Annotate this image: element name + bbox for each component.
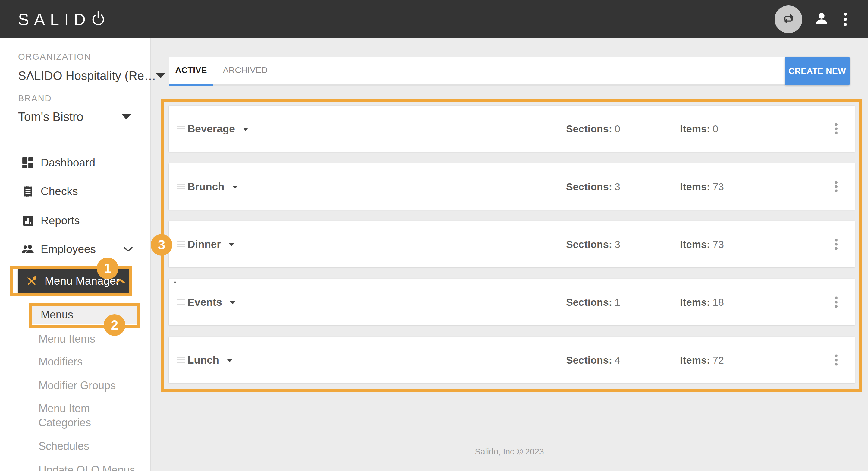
salido-logo: SALID: [18, 11, 105, 28]
menu-name-dropdown[interactable]: Beverage: [187, 123, 248, 135]
menu-row-brunch: Brunch Sections:3 Items:73: [169, 164, 855, 210]
sidebar-item-employees[interactable]: Employees: [0, 239, 151, 260]
menu-row-beverage: Beverage Sections:0 Items:0: [169, 106, 855, 152]
items-count: Items:72: [680, 354, 724, 366]
row-kebab-icon[interactable]: [831, 121, 841, 137]
footer-copyright: Salido, Inc © 2023: [151, 447, 868, 457]
overflow-menu-button[interactable]: [841, 11, 850, 28]
sections-count: Sections:1: [566, 296, 620, 308]
tab-track: [169, 84, 784, 86]
sidebar-item-menu-items[interactable]: Menu Items: [38, 332, 95, 346]
annotation-badge-1: 1: [97, 258, 119, 279]
brand-label: BRAND: [18, 93, 52, 104]
brand-select[interactable]: Tom's Bistro: [18, 108, 131, 125]
header-actions: [775, 5, 850, 33]
row-kebab-icon[interactable]: [831, 236, 841, 252]
organization-select[interactable]: SALIDO Hospitality (Re…: [18, 67, 131, 84]
sidebar-item-modifiers[interactable]: Modifiers: [38, 355, 83, 369]
person-icon: [814, 11, 830, 27]
dropdown-arrow-icon: [122, 114, 131, 119]
dashboard-icon: [22, 157, 34, 169]
menu-name-dropdown[interactable]: Brunch: [187, 181, 238, 193]
tabbar: ACTIVE ARCHIVED: [169, 57, 784, 86]
tab-active[interactable]: ACTIVE: [169, 57, 213, 84]
sidebar-item-modifier-groups[interactable]: Modifier Groups: [38, 378, 116, 392]
tab-archived[interactable]: ARCHIVED: [213, 57, 277, 84]
menu-row-lunch: Lunch Sections:4 Items:72: [169, 337, 855, 383]
sidebar-item-dashboard[interactable]: Dashboard: [0, 152, 151, 173]
caret-down-icon: [230, 301, 236, 304]
items-count: Items:18: [680, 296, 724, 308]
people-icon: [21, 244, 35, 255]
sidebar-divider: [0, 138, 151, 139]
sidebar-item-reports[interactable]: Reports: [0, 210, 151, 231]
items-count: Items:0: [680, 123, 718, 135]
menu-row-dinner: Dinner Sections:3 Items:73: [169, 221, 855, 267]
chevron-up-icon: [115, 278, 125, 284]
bar-chart-icon: [22, 215, 34, 227]
sections-count: Sections:4: [566, 354, 620, 366]
row-kebab-icon[interactable]: [831, 178, 841, 195]
sidebar: ORGANIZATION SALIDO Hospitality (Re… BRA…: [0, 38, 151, 471]
caret-down-icon: [232, 186, 238, 189]
drag-handle-icon[interactable]: [176, 355, 185, 364]
app-header: SALID: [0, 0, 868, 38]
kebab-icon: [841, 11, 850, 28]
power-o-icon: [91, 10, 105, 28]
caret-down-icon: [243, 128, 248, 131]
menu-row-events: Events Sections:1 Items:18: [169, 279, 855, 325]
items-count: Items:73: [680, 238, 724, 250]
items-count: Items:73: [680, 181, 724, 193]
active-tab-underline: [169, 84, 213, 86]
menu-name-dropdown[interactable]: Events: [187, 296, 236, 308]
menu-name-dropdown[interactable]: Dinner: [187, 238, 234, 250]
sections-count: Sections:3: [566, 238, 620, 250]
annotation-badge-2: 2: [104, 314, 125, 336]
drag-handle-icon[interactable]: [176, 182, 185, 191]
sidebar-item-update-olo-menus[interactable]: Update OLO Menus: [38, 463, 135, 471]
logo-text: SALID: [18, 11, 91, 27]
caret-down-icon: [229, 243, 234, 246]
sidebar-item-menu-item-categories[interactable]: Menu Item Categories: [38, 401, 129, 430]
chevron-down-icon: [123, 246, 133, 253]
organization-value: SALIDO Hospitality (Re…: [18, 69, 156, 83]
brand-value: Tom's Bistro: [18, 110, 84, 124]
annotation-badge-3: 3: [151, 234, 173, 256]
receipt-icon: [23, 185, 33, 198]
drag-handle-icon[interactable]: [176, 239, 185, 249]
dropdown-arrow-icon: [156, 73, 165, 79]
drag-handle-icon[interactable]: [176, 297, 185, 307]
sidebar-item-checks[interactable]: Checks: [0, 181, 151, 202]
organization-label: ORGANIZATION: [18, 52, 91, 62]
row-kebab-icon[interactable]: [831, 294, 841, 310]
menu-name-dropdown[interactable]: Lunch: [187, 354, 232, 366]
stray-dot: [174, 281, 176, 283]
sidebar-item-schedules[interactable]: Schedules: [38, 439, 89, 453]
create-new-button[interactable]: CREATE NEW: [784, 57, 850, 85]
repeat-icon: [781, 11, 796, 27]
caret-down-icon: [227, 359, 232, 362]
utensils-icon: [25, 274, 38, 288]
sections-count: Sections:0: [566, 123, 620, 135]
profile-button[interactable]: [814, 11, 830, 27]
sections-count: Sections:3: [566, 181, 620, 193]
drag-handle-icon[interactable]: [176, 124, 185, 133]
sync-button[interactable]: [775, 5, 802, 33]
row-kebab-icon[interactable]: [831, 352, 841, 368]
